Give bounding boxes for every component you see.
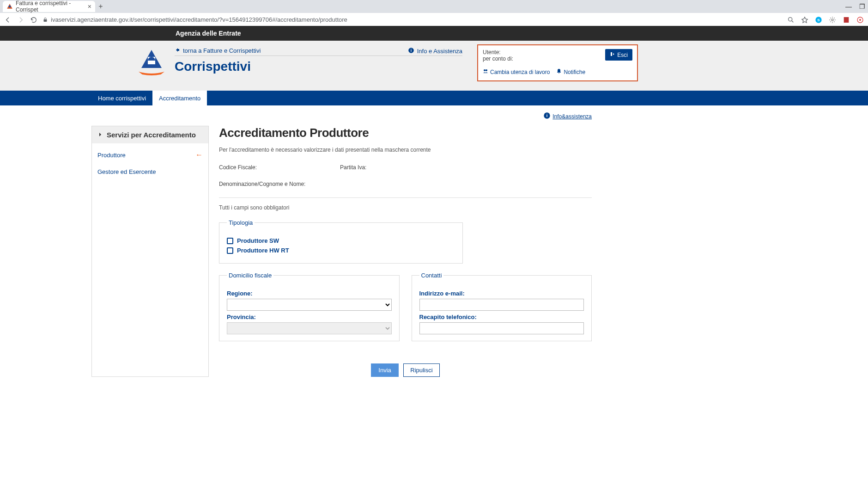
reset-button[interactable]: Ripulisci bbox=[403, 363, 439, 377]
divider bbox=[175, 55, 462, 56]
page-description: Per l'accreditamento è necessario valori… bbox=[219, 147, 592, 153]
check-label-hwrt: Produttore HW RT bbox=[237, 247, 289, 254]
extension-icon[interactable] bbox=[856, 16, 864, 24]
legend-tipologia: Tipologia bbox=[227, 219, 255, 226]
regione-select[interactable] bbox=[227, 299, 392, 311]
svg-rect-1 bbox=[44, 19, 47, 22]
page-title: Accreditamento Produttore bbox=[219, 126, 592, 140]
zoom-icon[interactable] bbox=[787, 16, 795, 24]
tab-home-corrispettivi[interactable]: Home corrispettivi bbox=[91, 91, 152, 105]
back-link-label: torna a Fatture e Corrispettivi bbox=[183, 47, 261, 54]
users-icon bbox=[483, 68, 488, 75]
change-user-label: Cambia utenza di lavoro bbox=[490, 69, 550, 75]
tab-accreditamento[interactable]: Accreditamento bbox=[152, 91, 207, 105]
legend-domicilio: Domicilio fiscale bbox=[227, 272, 273, 279]
help-link-label: Info&assistenza bbox=[552, 113, 592, 120]
svg-point-12 bbox=[484, 69, 486, 71]
provincia-select[interactable] bbox=[227, 322, 392, 334]
user-box: Utente: per conto di: Esci Cambia utenza… bbox=[477, 44, 638, 81]
svg-point-5 bbox=[832, 19, 833, 21]
favicon-icon bbox=[6, 3, 13, 10]
info-assistance-label: Info e Assistenza bbox=[417, 48, 462, 55]
agency-name: Agenzia delle Entrate bbox=[176, 30, 241, 37]
svg-rect-6 bbox=[844, 17, 849, 23]
logout-label: Esci bbox=[617, 52, 628, 58]
checkbox-produttore-sw[interactable] bbox=[227, 238, 233, 244]
email-label: Indirizzo e-mail: bbox=[419, 290, 584, 297]
lock-icon bbox=[42, 17, 48, 23]
logout-button[interactable]: Esci bbox=[605, 49, 632, 61]
mandatory-note: Tutti i campi sono obbligatori bbox=[219, 204, 592, 211]
info-icon: i bbox=[408, 47, 414, 55]
user-label: Utente: bbox=[483, 49, 513, 55]
checkbox-produttore-hwrt[interactable] bbox=[227, 247, 233, 254]
arrow-left-active-icon: ← bbox=[195, 151, 203, 159]
denom-label: Denominazione/Cognome e Nome: bbox=[219, 181, 592, 187]
submit-button[interactable]: Invia bbox=[371, 363, 398, 377]
sidebar: Servizi per Accreditamento Produttore ← … bbox=[91, 126, 209, 377]
url-text: ivaservizi.agenziaentrate.gov.it/ser/cor… bbox=[51, 16, 347, 23]
svg-point-13 bbox=[486, 69, 487, 71]
fieldset-tipologia: Tipologia Produttore SW Produttore HW RT bbox=[219, 219, 463, 264]
sidebar-heading: Servizi per Accreditamento bbox=[92, 126, 208, 143]
svg-point-2 bbox=[789, 17, 792, 21]
logout-icon bbox=[610, 51, 615, 58]
tab-title: Fattura e corrispettivi - Corrispet bbox=[16, 0, 82, 13]
star-icon[interactable] bbox=[801, 16, 809, 24]
svg-text:i: i bbox=[546, 113, 548, 118]
main-content: Accreditamento Produttore Per l'accredit… bbox=[219, 126, 592, 377]
main-nav: Home corrispettivi Accreditamento bbox=[0, 91, 868, 105]
sidebar-item-produttore[interactable]: Produttore ← bbox=[92, 146, 208, 164]
agency-logo-icon bbox=[138, 48, 165, 75]
regione-label: Regione: bbox=[227, 290, 392, 297]
tel-field[interactable] bbox=[419, 322, 584, 334]
info-assistance-link[interactable]: i Info e Assistenza bbox=[408, 47, 462, 55]
info-icon: i bbox=[543, 112, 551, 121]
reload-icon[interactable] bbox=[30, 16, 38, 24]
tel-label: Recapito telefonico: bbox=[419, 314, 584, 320]
svg-point-8 bbox=[859, 19, 861, 21]
svg-point-0 bbox=[9, 6, 11, 8]
provincia-label: Provincia: bbox=[227, 314, 392, 320]
close-tab-icon[interactable]: × bbox=[88, 3, 91, 10]
address-bar[interactable]: ivaservizi.agenziaentrate.gov.it/ser/cor… bbox=[42, 16, 782, 23]
minimize-icon[interactable]: — bbox=[845, 3, 852, 10]
check-label-sw: Produttore SW bbox=[237, 237, 279, 244]
sidebar-item-gestore[interactable]: Gestore ed Esercente bbox=[92, 164, 208, 180]
arrow-left-icon bbox=[175, 47, 180, 54]
browser-chrome: Fattura e corrispettivi - Corrispet × + … bbox=[0, 0, 868, 26]
cf-label: Codice Fiscale: bbox=[219, 164, 257, 171]
page-header: torna a Fatture e Corrispettivi Corrispe… bbox=[0, 41, 868, 91]
chevron-right-icon bbox=[97, 131, 103, 139]
fieldset-contatti: Contatti Indirizzo e-mail: Recapito tele… bbox=[412, 272, 592, 341]
notifications-link[interactable]: Notifiche bbox=[556, 68, 585, 75]
svg-text:S: S bbox=[817, 18, 820, 22]
fieldset-domicilio: Domicilio fiscale Regione: Provincia: bbox=[219, 272, 400, 341]
gear-icon[interactable] bbox=[828, 16, 837, 24]
app-title: Corrispettivi bbox=[175, 59, 251, 74]
svg-text:i: i bbox=[411, 49, 412, 53]
divider bbox=[219, 197, 592, 198]
skype-icon[interactable]: S bbox=[814, 16, 823, 24]
maximize-icon[interactable]: ❐ bbox=[859, 3, 865, 10]
notifications-label: Notifiche bbox=[564, 69, 585, 75]
bell-icon bbox=[556, 68, 562, 75]
new-tab-button[interactable]: + bbox=[95, 1, 106, 12]
sidebar-title: Servizi per Accreditamento bbox=[107, 131, 196, 139]
sidebar-item-label: Gestore ed Esercente bbox=[97, 168, 156, 175]
browser-tab[interactable]: Fattura e corrispettivi - Corrispet × bbox=[3, 1, 95, 12]
change-user-link[interactable]: Cambia utenza di lavoro bbox=[483, 68, 550, 75]
piva-label: Partita Iva: bbox=[340, 164, 366, 171]
on-behalf-label: per conto di: bbox=[483, 55, 513, 62]
sidebar-item-label: Produttore bbox=[97, 152, 126, 159]
forward-icon[interactable] bbox=[17, 16, 25, 24]
email-field[interactable] bbox=[419, 299, 584, 311]
pdf-icon[interactable] bbox=[842, 16, 850, 24]
legend-contatti: Contatti bbox=[419, 272, 444, 279]
back-link[interactable]: torna a Fatture e Corrispettivi bbox=[175, 47, 261, 54]
agency-bar: Agenzia delle Entrate bbox=[0, 26, 868, 41]
back-icon[interactable] bbox=[4, 16, 12, 24]
help-link[interactable]: i Info&assistenza bbox=[543, 112, 592, 121]
